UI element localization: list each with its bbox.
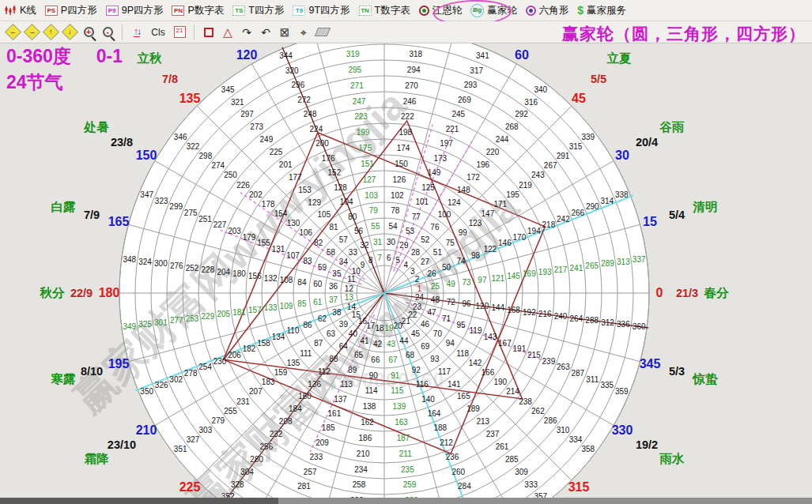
svg-text:194: 194: [527, 227, 541, 235]
svg-text:357: 357: [534, 492, 547, 498]
move-down-button[interactable]: ↓: [61, 24, 78, 41]
svg-text:349: 349: [123, 322, 136, 331]
svg-text:339: 339: [581, 133, 595, 141]
up-arrow-diamond-icon: ↑: [42, 24, 59, 40]
svg-text:269: 269: [458, 96, 471, 104]
svg-text:147: 147: [482, 209, 495, 218]
menu-item-winner-service[interactable]: $ 赢家服务: [577, 4, 626, 17]
svg-text:220: 220: [486, 148, 500, 156]
menu-item-kline[interactable]: K线: [4, 4, 36, 17]
menu-item-hexagon[interactable]: 六角形: [526, 4, 569, 17]
degree-label: 315: [568, 480, 590, 494]
svg-text:352: 352: [221, 492, 235, 498]
zoom-in-button[interactable]: +: [80, 24, 97, 41]
svg-text:234: 234: [354, 465, 368, 474]
svg-text:347: 347: [140, 190, 153, 199]
center-target-button[interactable]: ⌖: [295, 24, 312, 41]
move-right-button[interactable]: →: [23, 24, 40, 41]
svg-text:107: 107: [286, 251, 300, 260]
svg-text:279: 279: [211, 416, 225, 425]
updown-arrows-button[interactable]: ↑↓: [128, 24, 145, 41]
svg-text:287: 287: [571, 369, 584, 378]
eraser-button[interactable]: [314, 24, 331, 41]
svg-text:190: 190: [493, 378, 507, 386]
svg-text:261: 261: [496, 442, 509, 451]
menu-item-t-table[interactable]: TN T数字表: [359, 4, 410, 17]
svg-text:348: 348: [123, 255, 136, 264]
move-left-button[interactable]: ←: [4, 24, 21, 41]
draw-square-button[interactable]: [200, 24, 217, 41]
svg-text:183: 183: [262, 378, 275, 386]
svg-text:333: 333: [524, 480, 538, 489]
menu-item-p-table[interactable]: PN P数字表: [172, 4, 224, 17]
svg-text:247: 247: [353, 97, 366, 106]
zoom-out-button[interactable]: -: [99, 24, 116, 41]
svg-text:284: 284: [458, 482, 471, 491]
delete-box-button[interactable]: ⊠: [276, 24, 293, 41]
svg-text:335: 335: [600, 381, 614, 389]
svg-text:197: 197: [440, 139, 453, 148]
svg-text:229: 229: [202, 312, 215, 321]
svg-text:118: 118: [456, 349, 469, 358]
svg-text:248: 248: [304, 110, 317, 118]
move-up-button[interactable]: ↑: [42, 24, 59, 41]
svg-text:148: 148: [457, 186, 470, 194]
svg-text:178: 178: [262, 200, 275, 209]
svg-text:286: 286: [544, 416, 557, 425]
svg-text:245: 245: [451, 110, 465, 118]
menu-item-t-square[interactable]: TS T四方形: [232, 4, 284, 17]
svg-text:73: 73: [463, 278, 472, 287]
svg-text:38: 38: [332, 308, 342, 317]
svg-text:230: 230: [213, 357, 227, 366]
svg-text:168: 168: [507, 306, 520, 314]
svg-text:65: 65: [354, 351, 364, 359]
menu-item-p-square[interactable]: PS P四方形: [45, 4, 97, 17]
svg-text:280: 280: [250, 455, 263, 464]
svg-text:252: 252: [186, 264, 199, 273]
menu-item-winner-wheel[interactable]: Big 赢家轮: [470, 4, 517, 17]
svg-text:214: 214: [506, 387, 519, 396]
draw-triangle-button[interactable]: △: [219, 24, 236, 41]
gann-wheel-canvas[interactable]: 赢家财富网www.yingjia赢家财富网www.yingjiaQQ:10080…: [0, 43, 812, 498]
svg-text:164: 164: [428, 409, 441, 418]
svg-text:322: 322: [187, 142, 200, 151]
svg-text:7: 7: [377, 254, 382, 262]
svg-text:303: 303: [199, 426, 213, 434]
svg-text:40: 40: [349, 329, 358, 338]
svg-text:291: 291: [557, 152, 570, 160]
svg-text:298: 298: [199, 152, 213, 160]
svg-text:143: 143: [484, 333, 497, 341]
svg-text:154: 154: [274, 209, 288, 218]
svg-text:256: 256: [260, 442, 274, 451]
horizontal-scrollbar[interactable]: [0, 498, 812, 504]
cls-button[interactable]: Cls: [147, 24, 169, 41]
svg-text:264: 264: [570, 314, 584, 323]
svg-text:277: 277: [170, 316, 183, 325]
svg-text:328: 328: [231, 480, 244, 489]
svg-text:120: 120: [476, 302, 489, 310]
scrollbar-thumb[interactable]: [0, 498, 278, 504]
svg-text:94: 94: [446, 339, 455, 348]
rotate-cw-button[interactable]: ↷: [238, 24, 255, 41]
svg-text:317: 317: [470, 66, 483, 75]
degree-label: 165: [108, 215, 130, 228]
rotate-ccw-button[interactable]: ↶: [257, 24, 274, 41]
svg-text:122: 122: [484, 245, 497, 254]
menu-item-gann-wheel[interactable]: 江恩轮: [419, 4, 463, 17]
svg-text:68: 68: [406, 351, 415, 359]
svg-text:259: 259: [403, 480, 417, 489]
menu-item-9t-square[interactable]: T9 9T四方形: [293, 4, 349, 17]
svg-text:146: 146: [498, 239, 512, 247]
menu-item-9p-square[interactable]: P9 9P四方形: [106, 4, 164, 17]
svg-text:3: 3: [410, 267, 415, 276]
svg-text:179: 179: [243, 233, 256, 242]
svg-text:288: 288: [585, 316, 599, 325]
solar-term-label: 谷雨: [659, 120, 685, 134]
solar-terms-label: 24节气: [6, 70, 123, 96]
svg-text:30: 30: [387, 238, 396, 246]
calendar-button[interactable]: 21: [171, 24, 188, 41]
degree-label: 330: [612, 423, 633, 437]
gann-wheel-chart[interactable]: 0-360度0-1 24节气 赢家财富网www.yingjia赢家财富网www.…: [0, 43, 812, 498]
svg-text:344: 344: [279, 51, 293, 60]
svg-text:52: 52: [421, 235, 430, 244]
